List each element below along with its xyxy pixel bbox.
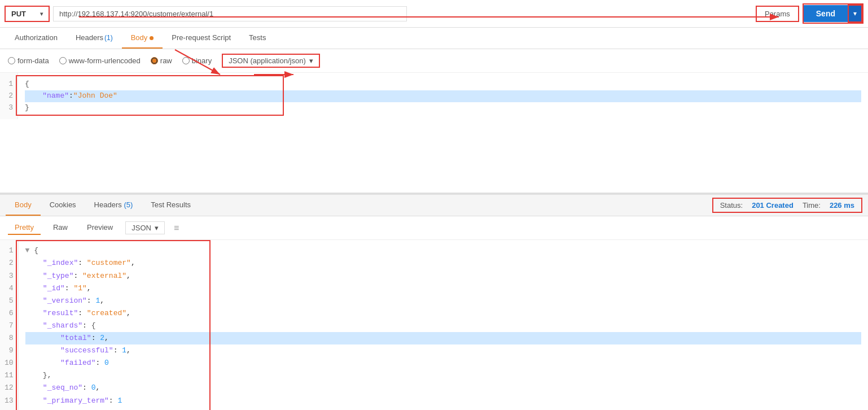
send-chevron-button[interactable]: ▾: [848, 5, 862, 23]
resp-line-5: "_version": 1,: [25, 295, 861, 307]
body-type-bar: form-data www-form-urlencoded raw binary…: [0, 49, 868, 73]
params-link[interactable]: Params: [756, 6, 799, 22]
resp-json-select[interactable]: JSON ▾: [125, 221, 165, 234]
code-line-3: }: [25, 102, 861, 114]
body-type-raw[interactable]: raw: [151, 56, 172, 65]
radio-binary[interactable]: [182, 57, 190, 64]
tab-headers[interactable]: Headers(1): [67, 28, 122, 49]
resp-line-13: "_primary_term": 1: [25, 395, 861, 407]
resp-json-chevron-icon: ▾: [155, 224, 159, 232]
send-area: Send ▾: [803, 3, 863, 24]
response-type-bar: Pretty Raw Preview JSON ▾ ≡: [0, 216, 868, 240]
resp-line-numbers: 1 2 3 4 5 6 7 8 9 10 11 12 13 14: [0, 240, 19, 410]
json-type-chevron-icon: ▾: [309, 56, 313, 65]
resp-line-2: "_index": "customer",: [25, 257, 861, 269]
method-chevron-icon: ▾: [40, 11, 43, 17]
resp-preview-btn[interactable]: Preview: [80, 221, 120, 235]
method-select[interactable]: PUT ▾: [5, 6, 50, 22]
response-tab-bar: Body Cookies Headers (5) Test Results St…: [0, 195, 868, 216]
resp-pretty-btn[interactable]: Pretty: [8, 221, 41, 235]
wrap-icon[interactable]: ≡: [174, 223, 179, 233]
tab-prerequest[interactable]: Pre-request Script: [163, 28, 240, 49]
code-line-2: "name":"John Doe": [25, 90, 861, 102]
body-type-urlencoded[interactable]: www-form-urlencoded: [59, 56, 141, 65]
resp-tab-body[interactable]: Body: [6, 195, 41, 216]
resp-line-3: "_type": "external",: [25, 270, 861, 282]
tab-body[interactable]: Body: [122, 28, 163, 49]
request-body-editor: 1 2 3 { "name":"John Doe" }: [0, 73, 868, 194]
body-dot: [150, 36, 154, 40]
url-bar: PUT ▾ Params Send ▾: [0, 0, 868, 28]
send-button[interactable]: Send: [804, 5, 848, 22]
radio-raw[interactable]: [151, 57, 158, 64]
resp-line-9: "successful": 1,: [25, 344, 861, 357]
resp-line-8: "total": 2,: [25, 332, 861, 344]
tab-tests[interactable]: Tests: [240, 28, 275, 49]
body-type-binary[interactable]: binary: [182, 56, 212, 65]
json-type-select[interactable]: JSON (application/json) ▾: [222, 54, 320, 68]
radio-formdata[interactable]: [8, 57, 15, 64]
radio-urlencoded[interactable]: [59, 57, 67, 64]
resp-line-10: "failed": 0: [25, 357, 861, 369]
response-section: Body Cookies Headers (5) Test Results St…: [0, 195, 868, 410]
resp-tab-cookies[interactable]: Cookies: [41, 195, 85, 216]
request-tab-bar: Authorization Headers(1) Body Pre-reques…: [0, 28, 868, 49]
line-numbers: 1 2 3: [0, 73, 18, 119]
code-content[interactable]: { "name":"John Doe" }: [18, 73, 868, 119]
resp-line-4: "_id": "1",: [25, 282, 861, 295]
resp-line-6: "result": "created",: [25, 307, 861, 320]
method-label: PUT: [11, 10, 26, 18]
status-area: Status: 201 Created Time: 226 ms: [712, 198, 862, 213]
resp-line-11: },: [25, 369, 861, 382]
body-type-formdata[interactable]: form-data: [8, 56, 49, 65]
resp-line-12: "_seq_no": 0,: [25, 382, 861, 394]
resp-line-14: }: [25, 407, 861, 410]
resp-line-1: ▼ {: [25, 245, 861, 257]
resp-line-7: "_shards": {: [25, 320, 861, 332]
resp-tab-testresults[interactable]: Test Results: [142, 195, 200, 216]
resp-tab-headers[interactable]: Headers (5): [85, 195, 142, 216]
resp-code-content[interactable]: ▼ { "_index": "customer", "_type": "exte…: [19, 240, 868, 410]
url-input[interactable]: [53, 6, 407, 21]
tab-authorization[interactable]: Authorization: [6, 28, 67, 49]
resp-raw-btn[interactable]: Raw: [46, 221, 74, 235]
response-body-editor: 1 2 3 4 5 6 7 8 9 10 11 12 13 14 ▼ { "_i…: [0, 240, 868, 410]
code-line-1: {: [25, 78, 861, 90]
